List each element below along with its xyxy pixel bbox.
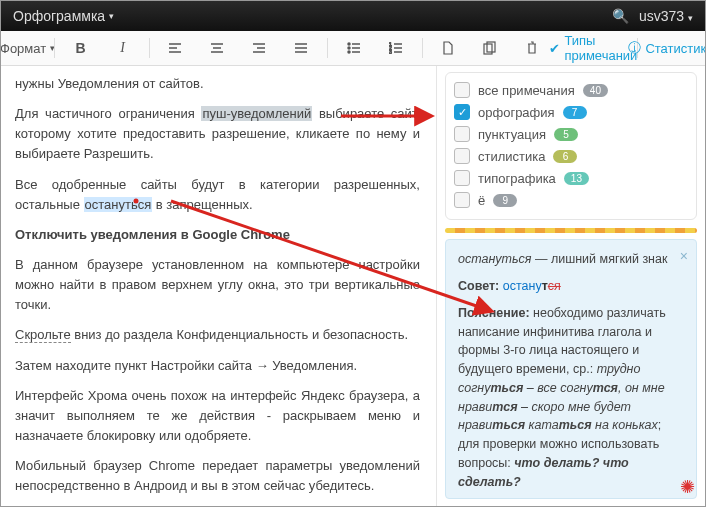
- editor-heading: Отключить уведомления в Google Chrome: [15, 227, 290, 242]
- checkbox[interactable]: [454, 148, 470, 164]
- editor-text: вниз до раздела Конфиденциальность и без…: [71, 327, 408, 342]
- separator: [422, 38, 423, 58]
- editor-text: В данном браузере установленном на компь…: [15, 257, 420, 312]
- chevron-down-icon: ▾: [688, 13, 693, 23]
- explanation-label: Пояснение:: [458, 306, 533, 320]
- filter-label: орфография: [478, 105, 555, 120]
- editor-text: Интерфейс Хрома очень похож на интерфейс…: [15, 388, 420, 443]
- user-name: usv373: [639, 8, 684, 24]
- note-word: остануться: [458, 252, 531, 266]
- brand-menu[interactable]: Орфограммка ▾: [13, 8, 114, 24]
- chevron-down-icon: ▾: [109, 11, 114, 21]
- count-badge: 7: [563, 106, 587, 119]
- checkbox[interactable]: [454, 170, 470, 186]
- highlight-underline[interactable]: Скрольте: [15, 327, 71, 343]
- filter-orthography[interactable]: ✓ орфография 7: [454, 101, 688, 123]
- user-menu[interactable]: usv373 ▾: [639, 8, 693, 24]
- stats-button[interactable]: ⓘ Статистика: [643, 34, 699, 62]
- new-doc-button[interactable]: [428, 34, 468, 62]
- filter-typography[interactable]: типографика 13: [454, 167, 688, 189]
- align-right-button[interactable]: [239, 34, 279, 62]
- count-badge: 40: [583, 84, 608, 97]
- filter-all[interactable]: все примечания 40: [454, 79, 688, 101]
- svg-point-14: [348, 51, 350, 53]
- filter-label: ё: [478, 193, 485, 208]
- bug-icon[interactable]: ✺: [680, 476, 695, 498]
- editor-text: в запрещенных.: [152, 197, 252, 212]
- count-badge: 9: [493, 194, 517, 207]
- italic-button[interactable]: I: [103, 34, 143, 62]
- separator: [54, 38, 55, 58]
- note-card: × остануться — лишний мягкий знак Совет:…: [445, 239, 697, 499]
- list-ul-button[interactable]: [334, 34, 374, 62]
- count-badge: 5: [554, 128, 578, 141]
- editor-text: Для частичного ограничения: [15, 106, 201, 121]
- highlight-error[interactable]: остануться: [84, 197, 153, 212]
- filter-stylistics[interactable]: стилистика 6: [454, 145, 688, 167]
- separator: [327, 38, 328, 58]
- search-icon[interactable]: 🔍: [612, 8, 629, 24]
- stats-label: Статистика: [645, 41, 706, 56]
- advice-word: останутся: [503, 279, 561, 293]
- filter-label: стилистика: [478, 149, 545, 164]
- align-left-button[interactable]: [155, 34, 195, 62]
- check-circle-icon: ✔: [549, 41, 560, 56]
- filter-yo[interactable]: ё 9: [454, 189, 688, 211]
- note-types-label: Типы примечаний: [564, 33, 637, 63]
- align-justify-button[interactable]: [281, 34, 321, 62]
- info-icon: ⓘ: [628, 39, 641, 57]
- advice-label: Совет:: [458, 279, 503, 293]
- checkbox-checked[interactable]: ✓: [454, 104, 470, 120]
- highlight-grammar[interactable]: пуш-уведомлений: [201, 106, 312, 121]
- filter-label: все примечания: [478, 83, 575, 98]
- separator: [149, 38, 150, 58]
- note-summary: — лишний мягкий знак: [531, 252, 667, 266]
- filter-punctuation[interactable]: пунктуация 5: [454, 123, 688, 145]
- filter-label: типографика: [478, 171, 556, 186]
- filters-panel: все примечания 40 ✓ орфография 7 пунктуа…: [445, 72, 697, 220]
- svg-point-12: [348, 43, 350, 45]
- count-badge: 13: [564, 172, 589, 185]
- format-label: Формат: [0, 41, 46, 56]
- editor-text: Затем находите пункт Настройки сайта → У…: [15, 358, 357, 373]
- svg-text:3: 3: [389, 49, 392, 54]
- checkbox[interactable]: [454, 126, 470, 142]
- delete-button[interactable]: [512, 34, 552, 62]
- list-ol-button[interactable]: 123: [376, 34, 416, 62]
- decorative-strip: [445, 228, 697, 233]
- editor-text: нужны Уведомления от сайтов.: [15, 76, 204, 91]
- close-icon[interactable]: ×: [680, 246, 688, 267]
- checkbox[interactable]: [454, 192, 470, 208]
- format-dropdown[interactable]: Формат ▾: [7, 34, 48, 62]
- count-badge: 6: [553, 150, 577, 163]
- bold-button[interactable]: B: [61, 34, 101, 62]
- editor-text: Мобильный браузер Chrome передает параме…: [15, 458, 420, 493]
- note-types-button[interactable]: ✔ Типы примечаний: [556, 34, 630, 62]
- checkbox[interactable]: [454, 82, 470, 98]
- filter-label: пунктуация: [478, 127, 546, 142]
- svg-point-13: [348, 47, 350, 49]
- align-center-button[interactable]: [197, 34, 237, 62]
- copy-button[interactable]: [470, 34, 510, 62]
- brand-label: Орфограммка: [13, 8, 105, 24]
- editor-area[interactable]: нужны Уведомления от сайтов. Для частичн…: [1, 66, 436, 507]
